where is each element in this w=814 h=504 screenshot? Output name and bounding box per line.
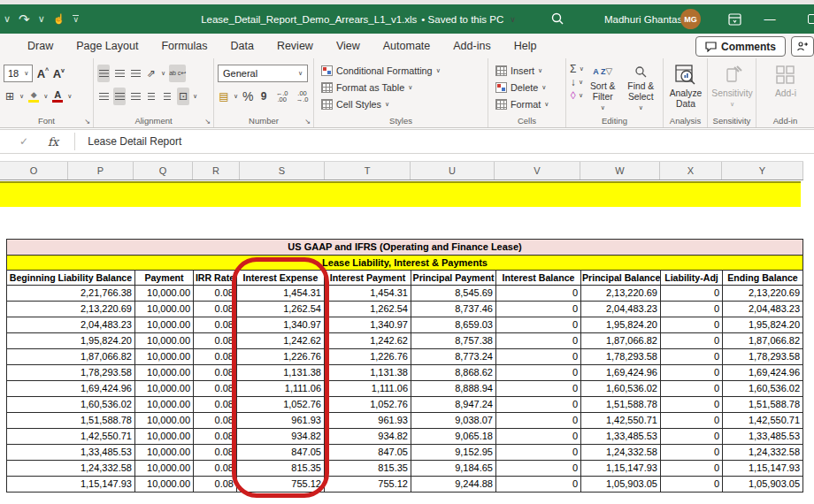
align-right-icon[interactable] [129,88,142,105]
data-cell[interactable]: 0 [496,333,581,349]
comments-button[interactable]: Comments [695,36,786,57]
cell-styles-button[interactable]: Cell Styles∨ [321,95,485,112]
data-cell[interactable]: 1,78,293.58 [723,349,803,365]
sort-filter-button[interactable]: A Z▽ Sort & Filter∨ [586,62,620,113]
data-cell[interactable]: 0 [661,365,723,381]
tab-automate[interactable]: Automate [372,35,442,57]
font-size-box[interactable]: 18 ∨ [4,65,33,82]
data-cell[interactable]: 1,111.06 [237,381,325,397]
data-cell[interactable]: 0.08 [194,445,237,461]
data-cell[interactable]: 10,000.00 [135,286,194,302]
share-button[interactable] [791,36,814,57]
data-cell[interactable]: 10,000.00 [135,381,194,397]
column-letter-Y[interactable]: Y [722,162,803,179]
align-middle-icon[interactable] [113,65,126,82]
data-cell[interactable]: 1,42,550.71 [7,429,135,445]
number-format-dropdown[interactable]: General ∨ [218,65,308,82]
data-cell[interactable]: 9,065.18 [411,429,496,445]
data-cell[interactable]: 934.82 [237,429,325,445]
data-cell[interactable]: 1,60,536.02 [581,381,661,397]
data-cell[interactable]: 1,33,485.53 [7,445,135,461]
ribbon-display-options-icon[interactable] [721,4,748,34]
column-letter-T[interactable]: T [325,162,411,179]
increase-indent-icon[interactable] [161,88,173,105]
data-cell[interactable]: 1,69,424.96 [723,365,803,381]
data-cell[interactable]: 1,78,293.58 [7,365,135,381]
data-cell[interactable]: 0 [496,445,581,461]
merge-center-icon[interactable]: ⊡ [177,88,189,105]
clear-icon[interactable]: ◊ ∨ [570,88,584,102]
insert-function-icon[interactable]: fx [48,135,58,149]
comma-style-icon[interactable]: 9 [257,88,270,105]
data-cell[interactable]: 1,87,066.82 [581,333,661,349]
data-cell[interactable]: 0 [661,317,723,333]
data-cell[interactable]: 1,052.76 [237,397,325,413]
formula-bar-value[interactable]: Lease Detail Report [88,135,181,148]
data-cell[interactable]: 0.08 [194,349,237,365]
header-cell[interactable]: Payment [135,271,194,286]
data-cell[interactable]: 10,000.00 [135,413,194,429]
data-cell[interactable]: 1,24,332.58 [7,461,135,477]
data-cell[interactable]: 1,60,536.02 [7,397,135,413]
tab-review[interactable]: Review [265,35,325,57]
column-letter-O[interactable]: O [0,162,68,179]
data-cell[interactable]: 2,13,220.69 [7,302,135,317]
data-cell[interactable]: 2,04,483.23 [581,302,661,317]
data-cell[interactable]: 1,42,550.71 [723,413,803,429]
document-title[interactable]: Lease_Detail_Report_Demo_Arrears_L1_v1.x… [221,4,495,34]
data-cell[interactable]: 1,262.54 [237,302,325,317]
fill-color-icon[interactable]: ◆ [27,88,40,105]
data-cell[interactable]: 0 [661,461,723,477]
borders-icon[interactable]: ⊞ [4,88,16,105]
data-cell[interactable]: 0.08 [194,381,237,397]
alignment-dialog-launcher-icon[interactable]: ↘ [204,118,211,126]
data-cell[interactable]: 0 [496,397,581,413]
data-cell[interactable]: 2,13,220.69 [723,286,803,302]
data-cell[interactable]: 10,000.00 [135,333,194,349]
data-cell[interactable]: 755.12 [237,477,325,493]
column-letter-R[interactable]: R [193,162,240,179]
number-dialog-launcher-icon[interactable]: ↘ [304,118,311,126]
find-select-button[interactable]: Find & Select∨ [622,62,661,113]
data-cell[interactable]: 1,95,824.20 [723,317,803,333]
data-cell[interactable]: 8,737.46 [411,302,496,317]
restore-button[interactable] [799,4,814,34]
data-cell[interactable]: 1,51,588.78 [723,397,803,413]
tab-help[interactable]: Help [503,35,549,57]
data-cell[interactable]: 9,184.65 [411,461,496,477]
data-cell[interactable]: 1,95,824.20 [7,333,135,349]
data-cell[interactable]: 2,04,483.23 [723,302,803,317]
data-cell[interactable]: 0 [496,429,581,445]
data-cell[interactable]: 1,78,293.58 [581,349,661,365]
align-center-icon[interactable] [113,88,126,105]
analyze-data-button[interactable]: Analyze Data [667,62,704,110]
data-cell[interactable]: 1,05,903.05 [581,477,661,493]
tab-data[interactable]: Data [219,35,265,57]
data-cell[interactable]: 10,000.00 [135,349,194,365]
data-cell[interactable]: 0 [661,397,723,413]
data-cell[interactable]: 0.08 [194,317,237,333]
format-as-table-button[interactable]: Format as Table∨ [321,79,485,95]
data-cell[interactable]: 0 [661,381,723,397]
redo-dropdown-icon[interactable]: ∨ [38,13,45,25]
redo-icon[interactable]: ↷ [19,11,30,27]
data-cell[interactable]: 1,51,588.78 [581,397,661,413]
header-cell[interactable]: Principal Balance [581,271,661,286]
data-cell[interactable]: 0 [661,429,723,445]
tab-page-layout[interactable]: Page Layout [65,35,150,57]
insert-cells-button[interactable]: Insert∨ [495,62,563,79]
data-cell[interactable]: 0 [661,349,723,365]
data-cell[interactable]: 1,60,536.02 [723,381,803,397]
data-cell[interactable]: 8,773.24 [411,349,496,365]
data-cell[interactable]: 934.82 [325,429,411,445]
data-cell[interactable]: 0 [661,445,723,461]
data-cell[interactable]: 1,33,485.53 [581,429,661,445]
data-cell[interactable]: 1,226.76 [325,349,411,365]
data-cell[interactable]: 0 [661,333,723,349]
header-cell[interactable]: Interest Expense [237,271,325,286]
data-cell[interactable]: 0 [661,477,723,493]
minimize-button[interactable]: — [756,4,783,34]
data-cell[interactable]: 2,21,766.38 [7,286,135,302]
data-cell[interactable]: 1,131.38 [237,365,325,381]
header-cell[interactable]: Beginning Liability Balance [7,271,135,286]
